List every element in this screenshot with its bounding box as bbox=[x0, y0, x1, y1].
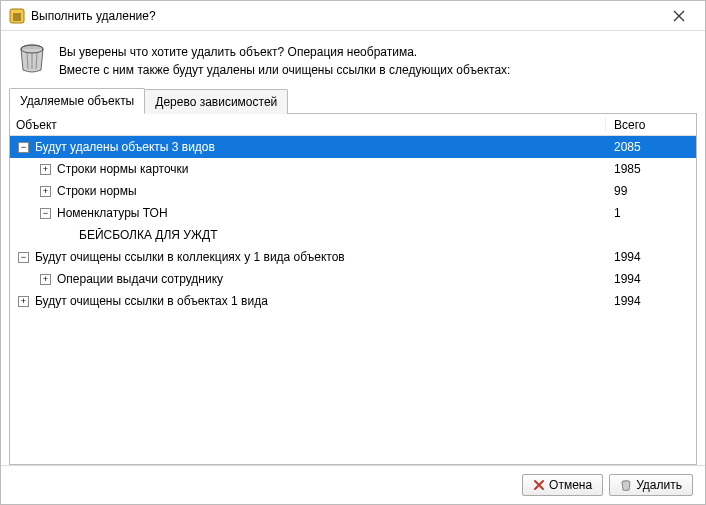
table-row[interactable]: +Строки нормы99 bbox=[10, 180, 696, 202]
titlebar: Выполнить удаление? bbox=[1, 1, 705, 31]
grid-body: −Будут удалены объекты 3 видов2085+Строк… bbox=[10, 136, 696, 464]
table-row[interactable]: БЕЙСБОЛКА ДЛЯ УЖДТ bbox=[10, 224, 696, 246]
column-total[interactable]: Всего bbox=[606, 118, 696, 132]
cell-object: БЕЙСБОЛКА ДЛЯ УЖДТ bbox=[10, 228, 606, 242]
cell-object: +Будут очищены ссылки в объектах 1 вида bbox=[10, 294, 606, 308]
table-row[interactable]: +Строки нормы карточки1985 bbox=[10, 158, 696, 180]
window-title: Выполнить удаление? bbox=[31, 9, 659, 23]
row-label: Строки нормы bbox=[57, 184, 137, 198]
delete-button[interactable]: Удалить bbox=[609, 474, 693, 496]
app-icon bbox=[9, 8, 25, 24]
close-button[interactable] bbox=[659, 2, 699, 30]
trash-icon bbox=[15, 41, 49, 75]
row-label: Будут очищены ссылки в коллекциях у 1 ви… bbox=[35, 250, 345, 264]
table-row[interactable]: +Будут очищены ссылки в объектах 1 вида1… bbox=[10, 290, 696, 312]
tab-bar: Удаляемые объекты Дерево зависимостей bbox=[1, 87, 705, 113]
table-row[interactable]: −Будут удалены объекты 3 видов2085 bbox=[10, 136, 696, 158]
collapse-icon[interactable]: − bbox=[40, 208, 51, 219]
table-row[interactable]: +Операции выдачи сотруднику1994 bbox=[10, 268, 696, 290]
row-label: Операции выдачи сотруднику bbox=[57, 272, 223, 286]
close-icon bbox=[673, 10, 685, 22]
cell-object: +Операции выдачи сотруднику bbox=[10, 272, 606, 286]
expand-icon[interactable]: + bbox=[40, 274, 51, 285]
tree-grid: Объект Всего −Будут удалены объекты 3 ви… bbox=[9, 113, 697, 465]
cell-object: +Строки нормы карточки bbox=[10, 162, 606, 176]
message-line1: Вы уверены что хотите удалить объект? Оп… bbox=[59, 43, 510, 61]
row-label: Строки нормы карточки bbox=[57, 162, 189, 176]
svg-rect-1 bbox=[13, 13, 21, 21]
message-header: Вы уверены что хотите удалить объект? Оп… bbox=[1, 31, 705, 87]
footer: Отмена Удалить bbox=[1, 465, 705, 504]
table-row[interactable]: −Будут очищены ссылки в коллекциях у 1 в… bbox=[10, 246, 696, 268]
collapse-icon[interactable]: − bbox=[18, 142, 29, 153]
cell-object: −Будут удалены объекты 3 видов bbox=[10, 140, 606, 154]
cell-object: +Строки нормы bbox=[10, 184, 606, 198]
message-text: Вы уверены что хотите удалить объект? Оп… bbox=[59, 41, 510, 79]
cell-count: 99 bbox=[606, 184, 696, 198]
cell-count: 1994 bbox=[606, 294, 696, 308]
cancel-icon bbox=[533, 479, 545, 491]
cell-count: 1 bbox=[606, 206, 696, 220]
row-label: Будут удалены объекты 3 видов bbox=[35, 140, 215, 154]
column-object[interactable]: Объект bbox=[10, 118, 606, 132]
message-line2: Вместе с ним также будут удалены или очи… bbox=[59, 61, 510, 79]
expand-icon[interactable]: + bbox=[18, 296, 29, 307]
row-label: БЕЙСБОЛКА ДЛЯ УЖДТ bbox=[79, 228, 217, 242]
cell-object: −Будут очищены ссылки в коллекциях у 1 в… bbox=[10, 250, 606, 264]
cell-count: 2085 bbox=[606, 140, 696, 154]
delete-icon bbox=[620, 479, 632, 491]
cell-object: −Номенклатуры ТОН bbox=[10, 206, 606, 220]
cell-count: 1994 bbox=[606, 272, 696, 286]
cell-count: 1985 bbox=[606, 162, 696, 176]
cancel-label: Отмена bbox=[549, 478, 592, 492]
cell-count: 1994 bbox=[606, 250, 696, 264]
delete-label: Удалить bbox=[636, 478, 682, 492]
row-label: Номенклатуры ТОН bbox=[57, 206, 168, 220]
grid-header: Объект Всего bbox=[10, 114, 696, 136]
tab-deleted-objects[interactable]: Удаляемые объекты bbox=[9, 88, 145, 114]
cancel-button[interactable]: Отмена bbox=[522, 474, 603, 496]
table-row[interactable]: −Номенклатуры ТОН1 bbox=[10, 202, 696, 224]
expand-icon[interactable]: + bbox=[40, 164, 51, 175]
row-label: Будут очищены ссылки в объектах 1 вида bbox=[35, 294, 268, 308]
expand-icon[interactable]: + bbox=[40, 186, 51, 197]
tab-dependency-tree[interactable]: Дерево зависимостей bbox=[144, 89, 288, 114]
collapse-icon[interactable]: − bbox=[18, 252, 29, 263]
